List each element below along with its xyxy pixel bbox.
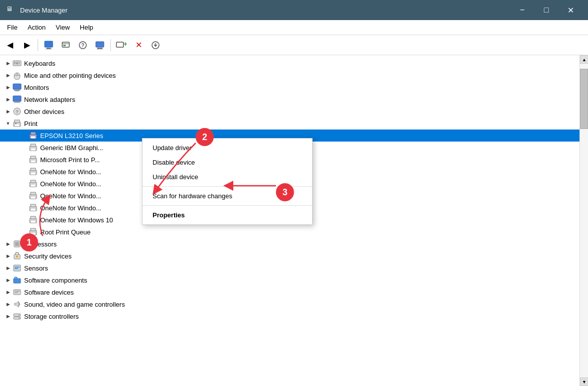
svg-text:✕: ✕: [135, 41, 142, 49]
svg-rect-28: [13, 96, 21, 101]
svg-rect-74: [15, 277, 17, 279]
context-disable-device[interactable]: Disable device: [142, 155, 312, 170]
tree-item-print[interactable]: ▼ Print: [0, 117, 579, 130]
svg-marker-78: [15, 301, 19, 307]
msprint-label: Microsoft Print to P...: [40, 156, 100, 164]
generic-icon: [28, 144, 38, 152]
tree-item-monitors[interactable]: ▶ Monitors: [0, 81, 579, 93]
menu-action[interactable]: Action: [23, 22, 51, 33]
sound-icon: [12, 300, 22, 308]
tree-spacer-onenote3: [20, 192, 28, 200]
svg-rect-52: [31, 192, 36, 195]
svg-rect-49: [31, 180, 36, 183]
print-label: Print: [24, 120, 38, 127]
tree-item-swcomponents[interactable]: ▶ Software components: [0, 274, 579, 286]
tree-toggle-other[interactable]: ▶: [4, 107, 12, 115]
menu-view[interactable]: View: [51, 22, 75, 33]
svg-point-69: [16, 255, 18, 258]
tree-item-sound[interactable]: ▶ Sound, video and game controllers: [0, 298, 579, 310]
context-menu: Update driver Disable device Uninstall d…: [142, 138, 313, 225]
svg-rect-20: [14, 63, 15, 64]
svg-rect-33: [15, 120, 20, 122]
menu-help[interactable]: Help: [75, 22, 98, 33]
tree-item-storage[interactable]: ▶ Storage controllers: [0, 310, 579, 322]
svg-text:?: ?: [81, 43, 84, 48]
tree-toggle-sensors[interactable]: ▶: [4, 264, 12, 272]
tree-toggle-security[interactable]: ▶: [4, 252, 12, 260]
menu-file[interactable]: File: [2, 22, 23, 33]
help-toolbar-button[interactable]: ?: [75, 37, 91, 53]
svg-rect-61: [31, 228, 36, 231]
tree-item-network[interactable]: ▶ Network adapters: [0, 93, 579, 105]
add-driver-toolbar-button[interactable]: +: [113, 37, 129, 53]
scrollbar[interactable]: ▲ ▼: [579, 55, 588, 386]
svg-rect-53: [31, 196, 36, 199]
tree-toggle-keyboards[interactable]: ▶: [4, 59, 12, 67]
tree-toggle-swdevices[interactable]: ▶: [4, 288, 12, 296]
svg-rect-2: [46, 49, 52, 49]
properties-toolbar-button[interactable]: [41, 37, 57, 53]
tree-toggle-print[interactable]: ▼: [4, 119, 12, 127]
remove-driver-toolbar-button[interactable]: ✕: [130, 37, 146, 53]
svg-rect-35: [15, 123, 17, 124]
context-uninstall-device[interactable]: Uninstall device: [142, 170, 312, 184]
tree-toggle-swcomponents[interactable]: ▶: [4, 276, 12, 284]
tree-spacer-onenote5: [20, 216, 28, 224]
tree-item-rootprint[interactable]: Root Print Queue: [0, 226, 579, 238]
app-icon: 🖥: [6, 5, 16, 15]
tree-item-other[interactable]: ▶ ? Other devices: [0, 105, 579, 117]
tree-item-security[interactable]: ▶ Security devices: [0, 250, 579, 262]
monitors-icon: [12, 83, 22, 91]
tree-toggle-storage[interactable]: ▶: [4, 312, 12, 320]
svg-rect-41: [31, 148, 36, 151]
forward-button[interactable]: ▶: [19, 37, 35, 53]
msprint-icon: [28, 156, 38, 164]
svg-rect-17: [16, 62, 17, 63]
scroll-up-button[interactable]: ▲: [580, 55, 588, 64]
svg-rect-58: [31, 216, 36, 219]
scroll-track[interactable]: [580, 64, 588, 377]
rootprint-label: Root Print Queue: [40, 228, 90, 236]
svg-rect-11: [116, 42, 123, 47]
menu-bar: File Action View Help: [0, 20, 588, 35]
scroll-thumb[interactable]: [580, 69, 588, 129]
scroll-down-button[interactable]: ▼: [580, 377, 588, 386]
keyboards-label: Keyboards: [24, 60, 55, 67]
tree-item-mice[interactable]: ▶ Mice and other pointing devices: [0, 69, 579, 81]
back-button[interactable]: ◀: [2, 37, 18, 53]
tree-toggle-sound[interactable]: ▶: [4, 300, 12, 308]
context-update-driver[interactable]: Update driver: [142, 141, 312, 155]
context-properties[interactable]: Properties: [142, 208, 312, 222]
tree-item-swdevices[interactable]: ▶ Software devices: [0, 286, 579, 298]
onenote3-label: OneNote for Windo...: [40, 192, 101, 200]
download-toolbar-button[interactable]: [148, 37, 164, 53]
keyboards-icon: [12, 59, 22, 67]
tree-item-sensors[interactable]: ▶ Sensors: [0, 262, 579, 274]
scan-toolbar-button[interactable]: [92, 37, 108, 53]
tree-item-keyboards[interactable]: ▶ Keyboards: [0, 57, 579, 69]
sensors-label: Sensors: [24, 265, 48, 272]
tree-item-processors[interactable]: ▶ Processors: [0, 238, 579, 250]
annotation-2: 2: [196, 128, 214, 146]
window-title: Device Manager: [20, 7, 511, 14]
minimize-button[interactable]: −: [511, 2, 534, 18]
onenote2-label: OneNote for Windo...: [40, 180, 101, 188]
svg-rect-16: [14, 62, 15, 63]
tree-toggle-mice[interactable]: ▶: [4, 71, 12, 79]
tree-toggle-processors[interactable]: ▶: [4, 240, 12, 248]
tree-toggle-monitors[interactable]: ▶: [4, 83, 12, 91]
close-button[interactable]: ✕: [559, 2, 582, 18]
maximize-button[interactable]: □: [535, 2, 558, 18]
svg-rect-43: [31, 156, 36, 159]
epson-label: EPSON L3210 Series: [40, 132, 103, 140]
print-icon: [12, 119, 22, 127]
properties-label: Properties: [153, 211, 185, 219]
svg-rect-44: [31, 160, 36, 163]
onenote1-label: OneNote for Windo...: [40, 168, 101, 176]
update-driver-label: Update driver: [153, 144, 192, 152]
tree-spacer-generic: [20, 144, 28, 152]
tree-toggle-network[interactable]: ▶: [4, 95, 12, 103]
svg-text:?: ?: [16, 109, 18, 114]
update-driver-toolbar-button[interactable]: [58, 37, 74, 53]
monitors-label: Monitors: [24, 84, 49, 91]
